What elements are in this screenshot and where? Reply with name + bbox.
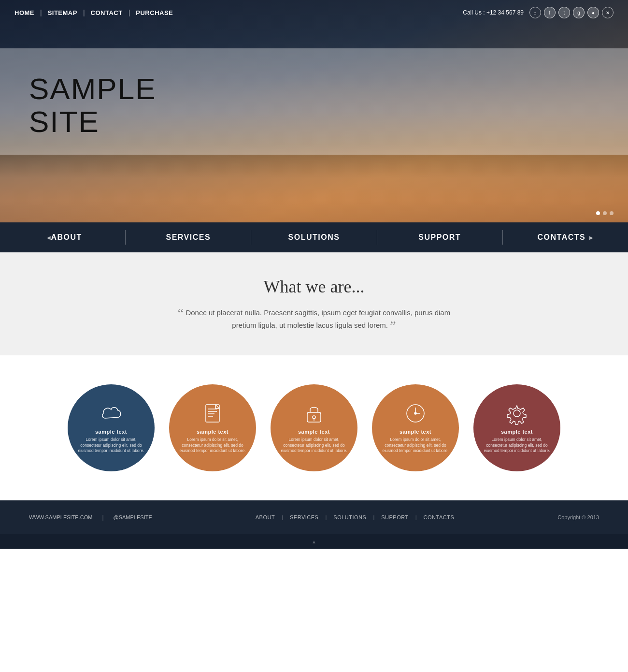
footer-nav-services[interactable]: SERVICES bbox=[290, 514, 318, 520]
footer-nav-support[interactable]: SUPPORT bbox=[381, 514, 408, 520]
nav-contacts[interactable]: CONTACTS ▶ bbox=[503, 222, 628, 252]
nav-services[interactable]: SERVICES bbox=[126, 222, 251, 252]
service-circle-5[interactable]: sample text Lorem ipsum dolor sit amet, … bbox=[473, 384, 560, 471]
about-quote: “ Donec ut placerat nulla. Praesent sagi… bbox=[169, 307, 459, 331]
service-circle-1[interactable]: sample text Lorem ipsum dolor sit amet, … bbox=[68, 384, 155, 471]
footer-copyright: Copyright © 2013 bbox=[557, 514, 599, 520]
footer-bottom-text: ▲ bbox=[312, 539, 316, 544]
services-section: sample text Lorem ipsum dolor sit amet, … bbox=[0, 355, 628, 500]
nav-services-label: SERVICES bbox=[166, 233, 211, 242]
circle-3-text: Lorem ipsum dolor sit amet, consectetur … bbox=[280, 437, 348, 454]
nav-support[interactable]: SUPPORT bbox=[377, 222, 502, 252]
service-circle-3[interactable]: sample text Lorem ipsum dolor sit amet, … bbox=[271, 384, 357, 471]
social-icon-email[interactable]: ✕ bbox=[602, 7, 614, 18]
about-title: What we are... bbox=[10, 277, 618, 297]
footer-nav-sep-1: | bbox=[282, 514, 283, 520]
top-nav: HOME | SITEMAP | CONTACT | PURCHASE Call… bbox=[0, 0, 628, 25]
footer-website: WWW.SAMPLESITE.COM bbox=[29, 514, 92, 520]
social-icon-rss[interactable]: ● bbox=[587, 7, 599, 18]
main-navbar: ◀ ABOUT SERVICES SOLUTIONS SUPPORT CONTA… bbox=[0, 222, 628, 252]
nav-contact[interactable]: CONTACT bbox=[91, 9, 123, 16]
lock-icon bbox=[302, 402, 326, 425]
nav-sitemap[interactable]: SITEMAP bbox=[48, 9, 77, 16]
footer: WWW.SAMPLESITE.COM | @SAMPLESITE ABOUT |… bbox=[0, 500, 628, 534]
circle-1-text: Lorem ipsum dolor sit amet, consectetur … bbox=[77, 437, 145, 454]
nav-sep-2: | bbox=[83, 9, 85, 16]
nav-contacts-label: CONTACTS bbox=[538, 233, 586, 242]
svg-rect-0 bbox=[206, 405, 219, 422]
footer-nav-sep-2: | bbox=[325, 514, 327, 520]
circle-4-title: sample text bbox=[400, 429, 431, 435]
svg-point-11 bbox=[414, 412, 416, 414]
nav-home[interactable]: HOME bbox=[14, 9, 34, 16]
svg-point-6 bbox=[313, 416, 315, 419]
footer-nav: ABOUT | SERVICES | SOLUTIONS | SUPPORT |… bbox=[256, 514, 455, 520]
footer-left: WWW.SAMPLESITE.COM | @SAMPLESITE bbox=[29, 514, 152, 521]
nav-about[interactable]: ◀ ABOUT bbox=[0, 222, 125, 252]
footer-sep-1: | bbox=[102, 514, 103, 521]
footer-nav-sep-3: | bbox=[373, 514, 374, 520]
clock-icon bbox=[404, 402, 427, 425]
social-icon-twitter[interactable]: t bbox=[558, 7, 570, 18]
top-nav-links: HOME | SITEMAP | CONTACT | PURCHASE bbox=[14, 9, 173, 16]
circle-2-text: Lorem ipsum dolor sit amet, consectetur … bbox=[179, 437, 246, 454]
slider-dot-1[interactable] bbox=[596, 211, 600, 215]
social-icons: ⌂ f t g ● ✕ bbox=[529, 7, 614, 18]
footer-nav-sep-4: | bbox=[415, 514, 417, 520]
about-quote-text: Donec ut placerat nulla. Praesent sagitt… bbox=[186, 308, 450, 329]
hero-title: SAMPLE SITE bbox=[29, 73, 157, 138]
circle-1-title: sample text bbox=[95, 429, 127, 435]
open-quote: “ bbox=[178, 306, 184, 321]
social-icon-home[interactable]: ⌂ bbox=[529, 7, 541, 18]
social-icon-facebook[interactable]: f bbox=[544, 7, 556, 18]
cloud-icon bbox=[100, 402, 123, 425]
contacts-arrow: ▶ bbox=[589, 235, 593, 240]
header: HOME | SITEMAP | CONTACT | PURCHASE Call… bbox=[0, 0, 628, 222]
nav-sep-1: | bbox=[40, 9, 42, 16]
nav-support-label: SUPPORT bbox=[418, 233, 461, 242]
circle-3-title: sample text bbox=[298, 429, 330, 435]
nav-purchase[interactable]: PURCHASE bbox=[136, 9, 173, 16]
slider-dot-2[interactable] bbox=[603, 211, 607, 215]
slider-dot-3[interactable] bbox=[610, 211, 614, 215]
about-section: What we are... “ Donec ut placerat nulla… bbox=[0, 252, 628, 355]
gear-icon bbox=[505, 402, 528, 425]
circle-5-text: Lorem ipsum dolor sit amet, consectetur … bbox=[483, 437, 551, 454]
circle-5-title: sample text bbox=[501, 429, 533, 435]
slider-dots bbox=[596, 211, 614, 215]
footer-nav-contacts[interactable]: CONTACTS bbox=[424, 514, 455, 520]
service-circle-4[interactable]: sample text Lorem ipsum dolor sit amet, … bbox=[372, 384, 459, 471]
service-circle-2[interactable]: sample text Lorem ipsum dolor sit amet, … bbox=[169, 384, 256, 471]
close-quote: ” bbox=[390, 318, 396, 333]
about-arrow: ◀ bbox=[47, 235, 51, 240]
footer-bottom: ▲ bbox=[0, 534, 628, 549]
footer-nav-solutions[interactable]: SOLUTIONS bbox=[333, 514, 366, 520]
document-icon bbox=[201, 402, 224, 425]
footer-social: @SAMPLESITE bbox=[114, 514, 152, 520]
nav-solutions-label: SOLUTIONS bbox=[288, 233, 340, 242]
nav-about-label: ABOUT bbox=[51, 233, 82, 242]
hero-title-text: SAMPLE SITE bbox=[29, 73, 157, 138]
nav-sep-3: | bbox=[128, 9, 130, 16]
footer-nav-about[interactable]: ABOUT bbox=[256, 514, 275, 520]
top-nav-right: Call Us : +12 34 567 89 ⌂ f t g ● ✕ bbox=[463, 7, 614, 18]
circle-2-title: sample text bbox=[197, 429, 228, 435]
circle-4-text: Lorem ipsum dolor sit amet, consectetur … bbox=[382, 437, 449, 454]
nav-solutions[interactable]: SOLUTIONS bbox=[251, 222, 376, 252]
call-label: Call Us : +12 34 567 89 bbox=[463, 9, 524, 16]
social-icon-google[interactable]: g bbox=[573, 7, 585, 18]
svg-point-12 bbox=[514, 410, 520, 417]
